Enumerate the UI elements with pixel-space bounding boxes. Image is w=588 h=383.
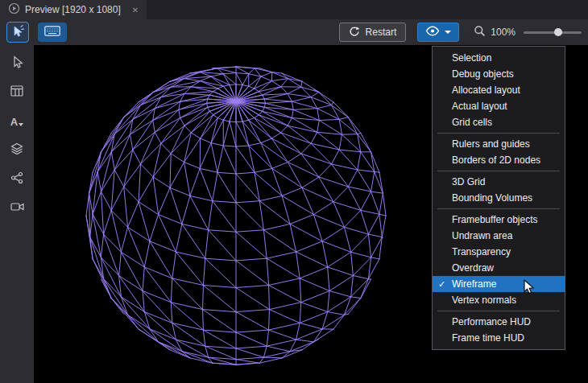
menu-item-label: Allocated layout [452, 84, 520, 96]
menu-item-label: Wireframe [452, 278, 496, 290]
sidebar-item-text[interactable]: A [6, 113, 27, 130]
keyboard-icon [44, 25, 60, 39]
keyboard-tool-button[interactable] [38, 23, 67, 42]
menu-item-label: Actual layout [452, 101, 507, 112]
menu-item-overdraw[interactable]: Overdraw [433, 260, 565, 276]
select-tool-button[interactable] [6, 22, 29, 43]
menu-item-label: Vertex normals [452, 294, 516, 306]
magnifier-icon[interactable] [474, 25, 486, 40]
menu-item-actual-layout[interactable]: Actual layout [433, 98, 565, 114]
sidebar-item-pointer[interactable] [6, 55, 27, 72]
menu-item-label: Undrawn area [452, 230, 512, 241]
menu-item-performance-hud[interactable]: Performance HUD [433, 314, 565, 330]
zoom-slider[interactable] [524, 27, 582, 37]
menu-item-grid-cells[interactable]: Grid cells [433, 114, 565, 130]
pointer-effect-icon [11, 24, 25, 41]
menu-item-debug-objects[interactable]: Debug objects [433, 66, 565, 82]
menu-item-transparency[interactable]: Transparency [433, 244, 565, 260]
menu-item-label: Framebuffer objects [452, 214, 538, 225]
text-tool-caret-icon [19, 123, 23, 126]
zoom-slider-track[interactable] [524, 31, 582, 34]
debug-overlays-button[interactable] [417, 23, 459, 42]
layers-icon [10, 142, 23, 159]
chevron-down-icon [445, 31, 451, 34]
node-graph-icon [10, 171, 23, 187]
table-icon [10, 85, 23, 100]
pointer-icon [10, 56, 23, 72]
toolbar: Restart 100% [0, 19, 588, 45]
debug-overlays-menu: Selection Debug objects Allocated layout… [432, 46, 565, 350]
tab-preview[interactable]: Preview [1920 x 1080] ✕ [0, 0, 147, 19]
sidebar-item-scene-graph[interactable] [6, 171, 27, 188]
tab-bar: Preview [1920 x 1080] ✕ [0, 0, 588, 19]
menu-item-label: Bounding Volumes [452, 192, 532, 204]
restart-icon [349, 26, 360, 39]
menu-item-frame-time-hud[interactable]: Frame time HUD [433, 330, 565, 346]
menu-item-rulers-and-guides[interactable]: Rulers and guides [433, 136, 565, 152]
menu-item-vertex-normals[interactable]: Vertex normals [433, 292, 565, 308]
menu-item-undrawn-area[interactable]: Undrawn area [433, 228, 565, 244]
zoom-value[interactable]: 100% [491, 27, 516, 38]
text-tool-icon: A [10, 116, 23, 128]
menu-item-label: Transparency [452, 246, 511, 257]
left-toolbar: A [0, 45, 34, 383]
menu-item-label: Borders of 2D nodes [452, 154, 540, 166]
menu-separator [437, 311, 560, 311]
sidebar-item-camera[interactable] [6, 200, 27, 217]
sidebar-item-layers[interactable] [6, 142, 27, 159]
sidebar-item-table[interactable] [6, 84, 27, 101]
restart-label: Restart [366, 27, 397, 38]
menu-separator [437, 208, 560, 209]
menu-item-3d-grid[interactable]: 3D Grid [433, 174, 565, 190]
eye-icon [425, 25, 440, 39]
menu-item-label: Overdraw [452, 262, 494, 274]
menu-item-label: Selection [452, 52, 491, 64]
menu-item-wireframe[interactable]: ✓Wireframe [433, 276, 565, 292]
menu-item-allocated-layout[interactable]: Allocated layout [433, 82, 565, 98]
menu-item-label: Grid cells [452, 117, 492, 128]
text-tool-glyph: A [10, 116, 18, 128]
menu-separator [437, 133, 560, 134]
menu-item-label: Rulers and guides [452, 138, 530, 150]
tab-title: Preview [1920 x 1080] [25, 4, 121, 15]
tab-close-icon[interactable]: ✕ [132, 6, 139, 14]
zoom-controls: 100% [474, 25, 582, 40]
menu-separator [437, 171, 560, 171]
app-window: Preview [1920 x 1080] ✕ Restart [0, 0, 588, 383]
menu-item-label: Debug objects [452, 68, 514, 80]
menu-item-borders-of-2d-nodes[interactable]: Borders of 2D nodes [433, 152, 565, 168]
menu-item-selection[interactable]: Selection [433, 50, 565, 66]
play-circle-icon [8, 2, 20, 17]
camera-icon [10, 201, 24, 216]
zoom-slider-thumb[interactable] [554, 28, 562, 36]
menu-item-label: Frame time HUD [452, 332, 524, 344]
restart-button[interactable]: Restart [339, 23, 407, 42]
menu-item-label: 3D Grid [452, 176, 485, 187]
checkmark-icon: ✓ [438, 279, 449, 290]
menu-item-framebuffer-objects[interactable]: Framebuffer objects [433, 212, 565, 228]
menu-item-bounding-volumes[interactable]: Bounding Volumes [433, 190, 565, 206]
menu-item-label: Performance HUD [452, 316, 531, 327]
